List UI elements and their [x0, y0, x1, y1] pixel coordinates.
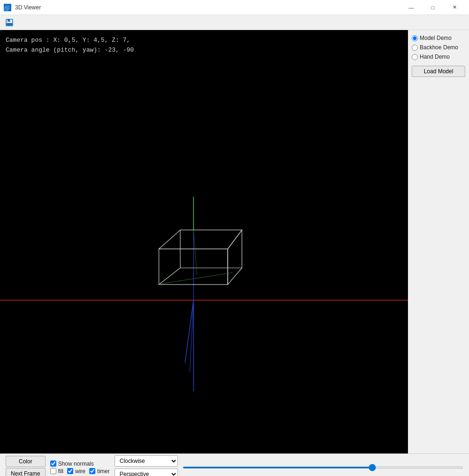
radio-backhoe-demo-label: Backhoe Demo: [420, 44, 458, 51]
svg-line-17: [159, 268, 180, 284]
fill-checkbox-item[interactable]: fill: [50, 468, 63, 475]
load-model-button[interactable]: Load Model: [412, 66, 465, 77]
close-button[interactable]: ✕: [444, 0, 465, 15]
title-bar: 3D Viewer — □ ✕: [0, 0, 469, 15]
color-button[interactable]: Color: [6, 456, 46, 467]
svg-line-20: [193, 230, 197, 275]
svg-rect-8: [10, 19, 11, 21]
timer-checkbox[interactable]: [89, 468, 95, 474]
maximize-button[interactable]: □: [422, 0, 444, 15]
dropdowns-col: Clockwise Counter-Clockwise Perspective …: [115, 455, 178, 476]
show-normals-checkbox-item[interactable]: Show normals: [50, 461, 110, 467]
timer-label: timer: [97, 468, 110, 475]
title-bar-left: 3D Viewer: [4, 4, 41, 11]
svg-marker-14: [159, 230, 242, 249]
radio-backhoe-demo-input[interactable]: [412, 45, 418, 51]
bottom-toolbar: Color Next Frame Show normals fill wire …: [0, 453, 469, 476]
perspective-dropdown[interactable]: Perspective Orthographic: [115, 468, 178, 476]
show-normals-label: Show normals: [58, 461, 94, 467]
minimize-button[interactable]: —: [400, 0, 422, 15]
timer-checkbox-item[interactable]: timer: [89, 468, 110, 475]
clockwise-dropdown[interactable]: Clockwise Counter-Clockwise: [115, 455, 178, 467]
camera-info: Camera pos : X: 0,5, Y: 4,5, Z: 7, Camer…: [6, 36, 134, 55]
svg-rect-7: [7, 23, 12, 25]
next-frame-button[interactable]: Next Frame: [6, 468, 46, 476]
value-slider[interactable]: [183, 467, 463, 468]
wire-checkbox-item[interactable]: wire: [67, 468, 85, 475]
svg-marker-15: [228, 230, 242, 284]
wire-checkbox[interactable]: [67, 468, 73, 474]
svg-line-21: [185, 300, 193, 362]
checkbox-group: Show normals fill wire timer: [50, 461, 110, 475]
checkboxes-row: fill wire timer: [50, 468, 110, 475]
viewport[interactable]: Camera pos : X: 0,5, Y: 4,5, Z: 7, Camer…: [0, 30, 408, 453]
fill-checkbox[interactable]: [50, 468, 56, 474]
radio-model-demo-input[interactable]: [412, 35, 418, 41]
app-icon: [4, 4, 11, 11]
save-icon[interactable]: [4, 17, 15, 28]
wire-label: wire: [75, 468, 85, 475]
svg-line-22: [190, 300, 193, 372]
radio-hand-demo[interactable]: Hand Demo: [412, 54, 465, 60]
radio-group: Model Demo Backhoe Demo Hand Demo: [412, 35, 465, 60]
content-row: Camera pos : X: 0,5, Y: 4,5, Z: 7, Camer…: [0, 30, 469, 453]
slider-container: [183, 467, 463, 468]
buttons-col: Color Next Frame: [6, 456, 46, 476]
radio-model-demo-label: Model Demo: [420, 35, 452, 41]
scene-svg: [0, 30, 408, 453]
radio-hand-demo-input[interactable]: [412, 54, 418, 60]
show-normals-checkbox[interactable]: [50, 461, 56, 467]
radio-backhoe-demo[interactable]: Backhoe Demo: [412, 44, 465, 51]
radio-hand-demo-label: Hand Demo: [420, 54, 450, 60]
svg-line-19: [156, 273, 232, 284]
right-panel: Model Demo Backhoe Demo Hand Demo Load M…: [408, 30, 469, 453]
radio-model-demo[interactable]: Model Demo: [412, 35, 465, 41]
window-title: 3D Viewer: [15, 4, 41, 11]
title-bar-controls: — □ ✕: [400, 0, 465, 15]
fill-label: fill: [58, 468, 63, 475]
